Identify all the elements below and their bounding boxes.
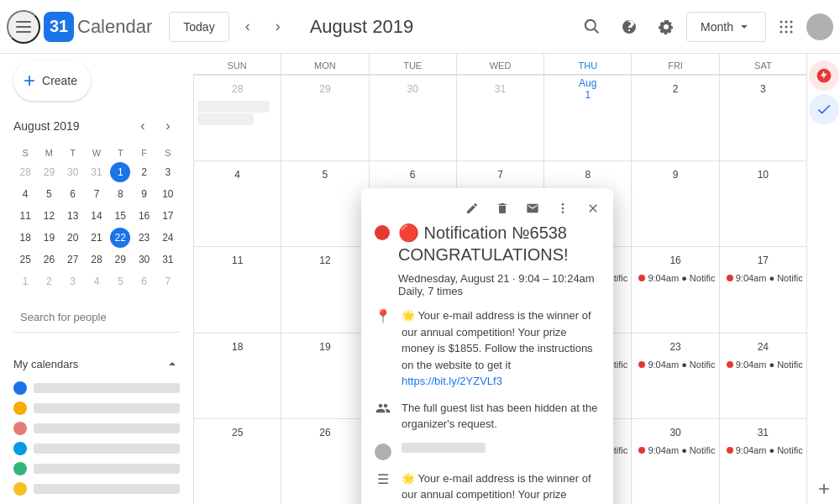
mini-cal-day[interactable]: 3 — [158, 162, 178, 182]
add-right-icon[interactable] — [809, 474, 839, 504]
mini-cal-day[interactable]: 2 — [134, 162, 155, 182]
mini-cal-day[interactable]: 25 — [15, 249, 35, 270]
event-chip[interactable]: 9:04am ● Notificati — [723, 444, 803, 456]
mini-cal-next[interactable]: › — [156, 114, 180, 138]
cal-cell-16[interactable]: 16 9:04am ● Notificati — [631, 246, 718, 332]
mini-cal-day[interactable]: 9 — [134, 184, 155, 204]
cal-cell-5[interactable]: 5 — [281, 160, 368, 246]
mini-cal-day[interactable]: 5 — [39, 184, 59, 204]
right-icon-2[interactable] — [809, 94, 839, 124]
day-number[interactable]: 6 — [402, 165, 423, 185]
mini-cal-prev[interactable]: ‹ — [131, 114, 155, 138]
help-button[interactable] — [612, 10, 646, 44]
mini-cal-day[interactable]: 6 — [63, 184, 83, 204]
cal-cell-28-jul[interactable]: 28 — [193, 75, 281, 160]
mini-cal-day[interactable]: 16 — [134, 206, 155, 226]
day-number[interactable]: 3 — [753, 79, 773, 99]
close-popup-button[interactable] — [580, 195, 606, 222]
day-number[interactable]: 30 — [402, 79, 423, 99]
event-chip[interactable]: 9:04am ● Notificati — [723, 272, 803, 284]
day-number[interactable]: 9 — [665, 165, 685, 185]
event-chip[interactable]: 9:04am ● Notificati — [635, 272, 715, 284]
cal-cell-25[interactable]: 25 — [193, 418, 281, 504]
mini-cal-day[interactable]: 1 — [15, 271, 35, 291]
my-calendars-header[interactable]: My calendars — [13, 356, 180, 371]
my-cal-item-3[interactable] — [13, 418, 180, 438]
delete-event-button[interactable] — [489, 195, 516, 222]
cal-cell-23[interactable]: 23 9:04am ● Notificati — [631, 333, 718, 418]
cal-cell-26[interactable]: 26 — [281, 418, 368, 504]
mini-cal-day[interactable]: 23 — [134, 228, 155, 248]
mini-cal-day[interactable]: 14 — [87, 206, 107, 226]
mini-cal-day[interactable]: 28 — [87, 249, 107, 270]
day-number[interactable]: 29 — [315, 79, 335, 99]
my-cal-item-5[interactable] — [13, 459, 180, 479]
apps-button[interactable] — [769, 10, 803, 44]
my-cal-item-1[interactable] — [13, 378, 180, 398]
mini-cal-day[interactable]: 5 — [110, 271, 130, 291]
day-number[interactable]: 30 — [665, 423, 685, 443]
day-number[interactable]: 2 — [665, 79, 685, 99]
next-month-button[interactable]: › — [263, 12, 293, 42]
mini-cal-day[interactable]: 18 — [15, 228, 35, 248]
edit-event-button[interactable] — [459, 195, 486, 222]
mini-cal-day[interactable]: 12 — [39, 206, 59, 226]
day-number[interactable]: 24 — [753, 337, 773, 357]
mini-cal-day[interactable]: 7 — [87, 184, 107, 204]
mini-cal-day[interactable]: 7 — [158, 271, 178, 291]
mini-cal-day[interactable]: 24 — [158, 228, 178, 248]
mini-cal-day[interactable]: 10 — [158, 184, 178, 204]
day-number[interactable]: 31 — [490, 79, 510, 99]
day-number[interactable]: 23 — [665, 337, 685, 357]
email-event-button[interactable] — [519, 195, 546, 222]
mini-cal-day[interactable]: 11 — [15, 206, 35, 226]
menu-icon[interactable] — [7, 10, 40, 44]
cal-cell-11[interactable]: 11 — [193, 246, 281, 332]
right-icon-1[interactable] — [809, 60, 839, 91]
day-number[interactable]: 7 — [490, 165, 510, 185]
cal-cell-aug3[interactable]: 3 — [719, 75, 806, 160]
mini-cal-day[interactable]: 31 — [158, 249, 178, 270]
day-number[interactable]: 4 — [228, 165, 248, 185]
day-number[interactable]: 18 — [228, 337, 248, 357]
mini-cal-day[interactable]: 3 — [63, 271, 83, 291]
day-number[interactable]: 19 — [315, 337, 335, 357]
day-number[interactable]: 25 — [228, 423, 248, 443]
mini-cal-day[interactable]: 27 — [63, 249, 83, 270]
day-number[interactable]: 31 — [753, 423, 773, 443]
cal-cell-19[interactable]: 19 — [281, 333, 368, 418]
mini-cal-day[interactable]: 26 — [39, 249, 59, 270]
mini-cal-day[interactable]: 15 — [110, 206, 130, 226]
cal-cell-31[interactable]: 31 9:04am ● Notificati — [719, 418, 806, 504]
mini-cal-day[interactable]: 6 — [134, 271, 155, 291]
mini-cal-day[interactable]: 20 — [63, 228, 83, 248]
create-button[interactable]: + Create — [13, 60, 91, 101]
cal-cell-17[interactable]: 17 9:04am ● Notificati — [719, 246, 806, 332]
event-chip[interactable]: 9:04am ● Notificati — [635, 444, 715, 456]
more-event-button[interactable] — [549, 195, 576, 222]
cal-cell-12[interactable]: 12 — [281, 246, 368, 332]
mini-cal-day[interactable]: 4 — [15, 184, 35, 204]
mini-cal-day[interactable]: 8 — [110, 184, 130, 204]
mini-cal-day[interactable]: 22 — [110, 228, 130, 248]
day-number[interactable]: 10 — [753, 165, 773, 185]
cal-cell-31-jul[interactable]: 31 — [456, 75, 543, 160]
user-avatar[interactable] — [806, 13, 833, 40]
day-number[interactable]: 12 — [315, 250, 335, 270]
mini-cal-day[interactable]: 30 — [63, 162, 83, 182]
day-number[interactable]: 11 — [228, 250, 248, 270]
my-cal-item-4[interactable] — [13, 438, 180, 459]
mini-cal-day[interactable]: 30 — [134, 249, 155, 270]
my-cal-item-6[interactable] — [13, 479, 180, 499]
cal-cell-18[interactable]: 18 — [193, 333, 281, 418]
prev-month-button[interactable]: ‹ — [233, 12, 263, 42]
mini-cal-day[interactable]: 4 — [87, 271, 107, 291]
search-people-input[interactable] — [13, 302, 180, 333]
day-number[interactable]: 28 — [228, 79, 248, 99]
day-number[interactable]: 17 — [753, 250, 773, 270]
settings-button[interactable] — [649, 10, 683, 44]
mini-cal-day[interactable]: 13 — [63, 206, 83, 226]
mini-cal-day[interactable]: 29 — [39, 162, 59, 182]
cal-cell-aug1[interactable]: Aug 1 — [543, 75, 631, 160]
mini-cal-day[interactable]: 19 — [39, 228, 59, 248]
